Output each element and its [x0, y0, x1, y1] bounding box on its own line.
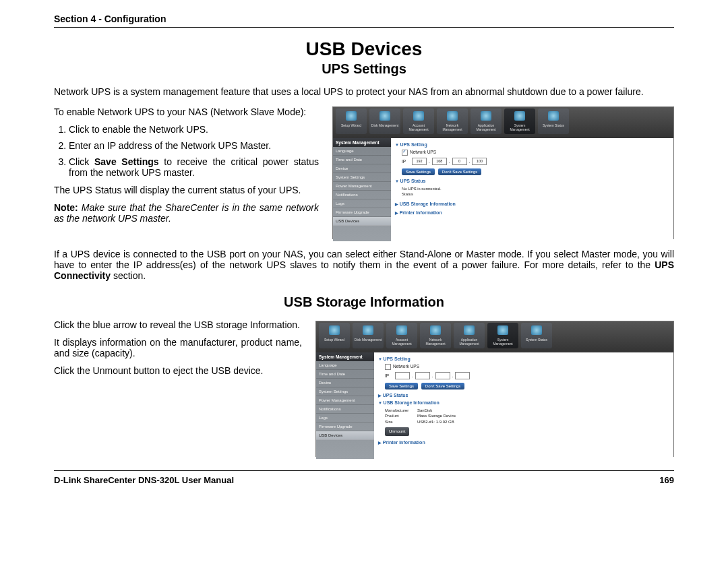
no-ups-text: No UPS is connected.: [402, 186, 669, 191]
note-line: Note: Make sure that the ShareCenter is …: [54, 202, 319, 224]
step-3: Click Save Settings to receive the criti…: [69, 156, 319, 178]
side-language[interactable]: Language: [333, 147, 391, 156]
save-settings-button[interactable]: Save Settings: [402, 168, 435, 175]
step-2: Enter an IP address of the Network UPS M…: [69, 140, 319, 151]
panel-printer-2[interactable]: Printer Information: [378, 440, 669, 445]
toolbar-setup-wizard[interactable]: Setup Wizard: [336, 108, 367, 134]
toolbar-account-mgmt-2[interactable]: Account Management: [386, 323, 417, 348]
ip-octet-2[interactable]: 168: [432, 158, 447, 165]
ip-octet-4[interactable]: 100: [472, 158, 487, 165]
ss-sidebar-2: System Management Language Time and Date…: [316, 352, 374, 459]
panel-usb-storage-2[interactable]: USB Storage Information: [378, 400, 669, 405]
intro-text: Network UPS is a system management featu…: [54, 86, 674, 97]
section-header: Section 4 - Configuration: [54, 13, 674, 28]
panel-printer[interactable]: Printer Information: [395, 210, 669, 215]
dont-save-button[interactable]: Don't Save Settings: [438, 168, 482, 175]
screenshot-usb-storage: Setup Wizard Disk Management Account Man…: [315, 321, 674, 457]
panel-ups-setting[interactable]: UPS Setting: [395, 142, 669, 147]
toolbar-disk-mgmt-2[interactable]: Disk Management: [353, 323, 384, 348]
sidebar-heading: System Management: [333, 138, 391, 147]
footer-page-number: 169: [659, 475, 674, 485]
ip-b1[interactable]: [395, 372, 410, 379]
side-logs-2[interactable]: Logs: [316, 414, 374, 423]
ups-closing: If a UPS device is connected to the USB …: [54, 249, 674, 281]
ip-b2[interactable]: [415, 372, 430, 379]
ip-octet-1[interactable]: 192: [412, 158, 427, 165]
usb-line3: Click the Unmount button to eject the US…: [54, 365, 302, 376]
page-subtitle: UPS Settings: [54, 61, 674, 77]
ip-b4[interactable]: [455, 372, 470, 379]
ss-sidebar: System Management Language Time and Date…: [333, 138, 391, 241]
panel-ups-setting-2[interactable]: UPS Setting: [378, 356, 669, 361]
side-power-2[interactable]: Power Management: [316, 396, 374, 405]
side-device[interactable]: Device: [333, 164, 391, 173]
ip-label-2: IP: [385, 373, 393, 378]
side-language-2[interactable]: Language: [316, 361, 374, 370]
side-power[interactable]: Power Management: [333, 182, 391, 191]
toolbar-system-mgmt[interactable]: System Management: [504, 108, 535, 134]
ip-label: IP: [402, 159, 410, 164]
side-logs[interactable]: Logs: [333, 199, 391, 208]
side-notifications-2[interactable]: Notifications: [316, 405, 374, 414]
usb-heading: USB Storage Information: [54, 294, 674, 310]
panel-usb-storage[interactable]: USB Storage Information: [395, 201, 669, 206]
screenshot-ups-settings: Setup Wizard Disk Management Account Man…: [332, 106, 674, 239]
side-firmware-2[interactable]: Firmware Upgrade: [316, 423, 374, 431]
toolbar-setup-wizard-2[interactable]: Setup Wizard: [319, 323, 350, 348]
toolbar-system-mgmt-2[interactable]: System Management: [487, 323, 518, 348]
save-settings-button-2[interactable]: Save Settings: [385, 383, 418, 389]
dont-save-button-2[interactable]: Don't Save Settings: [421, 383, 465, 389]
page-title: USB Devices: [54, 38, 674, 60]
panel-ups-status-2[interactable]: UPS Status: [378, 393, 669, 398]
ss-toolbar-2: Setup Wizard Disk Management Account Man…: [316, 321, 673, 352]
toolbar-system-status[interactable]: System Status: [538, 108, 569, 134]
side-time-2[interactable]: Time and Date: [316, 370, 374, 379]
usb-instructions: Click the blue arrow to reveal the USB s…: [54, 319, 302, 383]
status-line: The UPS Status will display the current …: [54, 185, 319, 195]
toolbar-disk-mgmt[interactable]: Disk Management: [369, 108, 400, 134]
side-usb-devices-2[interactable]: USB Devices: [316, 431, 374, 440]
side-firmware[interactable]: Firmware Upgrade: [333, 208, 391, 217]
side-time[interactable]: Time and Date: [333, 156, 391, 164]
side-notifications[interactable]: Notifications: [333, 191, 391, 199]
sidebar-heading-2: System Management: [316, 352, 374, 361]
ss-main-2: UPS Setting Network UPS IP . . . Sav: [374, 352, 673, 459]
toolbar-app-mgmt-2[interactable]: Application Management: [454, 323, 485, 348]
ups-instructions: To enable Network UPS to your NAS (Netwo…: [54, 106, 319, 230]
ss-toolbar: Setup Wizard Disk Management Account Man…: [333, 107, 673, 138]
unmount-button[interactable]: Unmount: [385, 427, 409, 435]
toolbar-app-mgmt[interactable]: Application Management: [471, 108, 502, 134]
ss-main: UPS Setting Network UPS IP 192. 168. 0. …: [391, 138, 673, 241]
side-device-2[interactable]: Device: [316, 379, 374, 387]
checkbox-network-ups[interactable]: [402, 150, 408, 156]
ip-octet-3[interactable]: 0: [452, 158, 467, 165]
usb-line1: Click the blue arrow to reveal the USB s…: [54, 319, 302, 330]
side-usb-devices[interactable]: USB Devices: [333, 217, 391, 226]
toolbar-network-mgmt-2[interactable]: Network Management: [420, 323, 451, 348]
usb-line2: It displays information on the manufactu…: [54, 337, 302, 358]
page-footer: D-Link ShareCenter DNS-320L User Manual …: [54, 470, 674, 485]
status-label: Status: [402, 191, 669, 197]
toolbar-network-mgmt[interactable]: Network Management: [437, 108, 468, 134]
checkbox-network-ups-2[interactable]: [385, 364, 391, 370]
footer-left: D-Link ShareCenter DNS-320L User Manual: [54, 475, 234, 485]
toolbar-system-status-2[interactable]: System Status: [521, 323, 552, 348]
ip-b3[interactable]: [435, 372, 450, 379]
step-1: Click to enable the Network UPS.: [69, 124, 319, 135]
toolbar-account-mgmt[interactable]: Account Management: [403, 108, 434, 134]
side-system-settings-2[interactable]: System Settings: [316, 387, 374, 396]
side-system-settings[interactable]: System Settings: [333, 173, 391, 182]
enable-line: To enable Network UPS to your NAS (Netwo…: [54, 106, 319, 117]
panel-ups-status[interactable]: UPS Status: [395, 179, 669, 183]
